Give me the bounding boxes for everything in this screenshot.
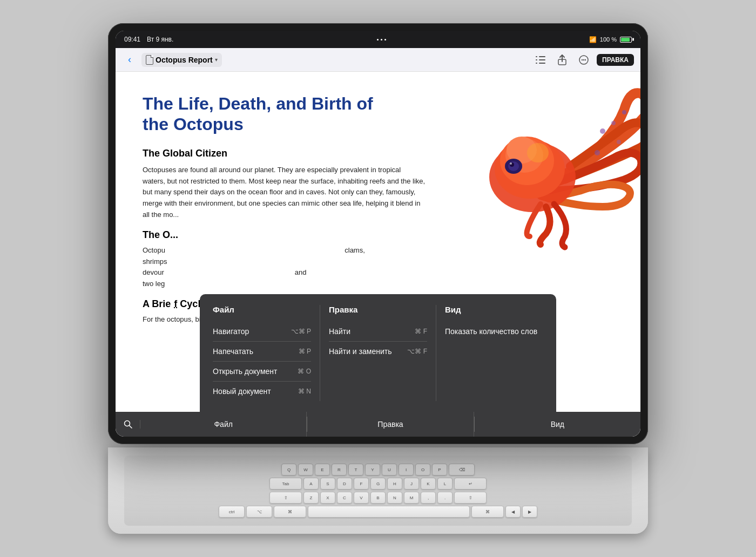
key-alt[interactable]: ⌥ bbox=[246, 506, 272, 518]
menu-col-file: Файл Навигатор ⌥⌘ P Напечатать ⌘ P Откры… bbox=[213, 305, 311, 401]
svg-rect-2 bbox=[539, 63, 545, 64]
ipad-screen: 09:41 Вт 9 янв. 📶 100 % ‹ bbox=[116, 31, 640, 437]
menu-item-find-shortcut: ⌘ F bbox=[415, 328, 427, 335]
key-return[interactable]: ↵ bbox=[454, 478, 487, 490]
key-r[interactable]: R bbox=[332, 464, 347, 476]
menu-item-open-label: Открыть документ bbox=[213, 367, 278, 376]
menu-item-navigator[interactable]: Навигатор ⌥⌘ P bbox=[213, 322, 311, 342]
key-j[interactable]: J bbox=[404, 478, 419, 490]
menu-item-print[interactable]: Напечатать ⌘ P bbox=[213, 342, 311, 362]
toolbar: ‹ Octopus Report ▾ bbox=[116, 48, 640, 72]
key-h[interactable]: H bbox=[387, 478, 402, 490]
menu-col-edit: Правка Найти ⌘ F Найти и заменить ⌥⌘ F bbox=[329, 305, 427, 401]
menu-item-find-replace-label: Найти и заменить bbox=[329, 347, 392, 356]
key-m[interactable]: M bbox=[404, 492, 419, 504]
menu-col-file-header: Файл bbox=[213, 305, 311, 314]
list-icon[interactable] bbox=[532, 51, 549, 69]
menu-item-print-shortcut: ⌘ P bbox=[299, 348, 311, 355]
key-k[interactable]: K bbox=[421, 478, 436, 490]
key-o[interactable]: O bbox=[415, 464, 430, 476]
key-v[interactable]: V bbox=[354, 492, 369, 504]
chevron-down-icon: ▾ bbox=[215, 57, 218, 63]
svg-point-25 bbox=[527, 143, 549, 162]
key-f[interactable]: F bbox=[354, 478, 369, 490]
key-tab[interactable]: Tab bbox=[269, 478, 302, 490]
document-main-title: The Life, Death, and Birth of the Octopu… bbox=[143, 93, 402, 135]
status-bar: 09:41 Вт 9 янв. 📶 100 % bbox=[116, 31, 640, 48]
key-b[interactable]: B bbox=[370, 492, 386, 504]
key-shift-left[interactable]: ⇧ bbox=[269, 492, 302, 504]
document-content: The Life, Death, and Birth of the Octopu… bbox=[116, 72, 640, 437]
key-ctrl[interactable]: ctrl bbox=[219, 506, 245, 518]
svg-point-19 bbox=[510, 162, 512, 165]
menu-item-wordcount-label: Показать количество слов bbox=[445, 327, 537, 336]
svg-point-10 bbox=[585, 59, 586, 60]
key-c[interactable]: C bbox=[337, 492, 352, 504]
menu-item-new-shortcut: ⌘ N bbox=[298, 388, 311, 395]
time-display: 09:41 bbox=[124, 36, 140, 43]
more-icon[interactable] bbox=[575, 51, 592, 69]
menu-item-navigator-label: Навигатор bbox=[213, 327, 249, 336]
key-e[interactable]: E bbox=[315, 464, 330, 476]
menu-col-view: Вид Показать количество слов bbox=[445, 305, 543, 401]
menubar-view[interactable]: Вид bbox=[475, 412, 640, 437]
key-backspace[interactable]: ⌫ bbox=[449, 464, 475, 476]
key-a[interactable]: A bbox=[303, 478, 319, 490]
section1-paragraph: Octopuses are found all around our plane… bbox=[143, 165, 425, 221]
key-left[interactable]: ◀ bbox=[505, 506, 521, 518]
key-n[interactable]: N bbox=[387, 492, 402, 504]
key-i[interactable]: I bbox=[399, 464, 414, 476]
menu-item-open[interactable]: Открыть документ ⌘ O bbox=[213, 362, 311, 382]
key-x[interactable]: X bbox=[320, 492, 335, 504]
key-cmd-right[interactable]: ⌘ bbox=[471, 506, 504, 518]
key-space[interactable] bbox=[308, 506, 470, 518]
key-p[interactable]: P bbox=[432, 464, 447, 476]
menu-divider-1 bbox=[320, 305, 320, 401]
menu-item-find-replace[interactable]: Найти и заменить ⌥⌘ F bbox=[329, 342, 427, 361]
menu-item-wordcount[interactable]: Показать количество слов bbox=[445, 322, 543, 341]
menu-item-find[interactable]: Найти ⌘ F bbox=[329, 322, 427, 342]
menubar-file[interactable]: Файл bbox=[140, 412, 307, 437]
key-d[interactable]: D bbox=[337, 478, 352, 490]
key-cmd-left[interactable]: ⌘ bbox=[274, 506, 306, 518]
menu-item-print-label: Напечатать bbox=[213, 347, 253, 356]
menu-bar: Файл Правка Вид bbox=[116, 412, 640, 437]
octopus-illustration bbox=[446, 83, 640, 255]
key-period[interactable]: . bbox=[437, 492, 453, 504]
key-comma[interactable]: , bbox=[421, 492, 436, 504]
menu-item-open-shortcut: ⌘ O bbox=[298, 368, 311, 375]
key-l[interactable]: L bbox=[437, 478, 453, 490]
dot1 bbox=[377, 39, 379, 40]
menu-divider-2 bbox=[436, 305, 436, 401]
svg-rect-4 bbox=[536, 59, 537, 60]
key-w[interactable]: W bbox=[298, 464, 313, 476]
key-right[interactable]: ▶ bbox=[522, 506, 537, 518]
key-g[interactable]: G bbox=[370, 478, 386, 490]
battery-icon bbox=[620, 37, 632, 43]
back-button[interactable]: ‹ bbox=[122, 52, 137, 67]
doc-icon bbox=[146, 55, 153, 65]
key-shift-right[interactable]: ⇧ bbox=[454, 492, 487, 504]
dropdown-menu: Файл Навигатор ⌥⌘ P Напечатать ⌘ P Откры… bbox=[200, 294, 556, 412]
menubar-edit[interactable]: Правка bbox=[307, 412, 474, 437]
key-z[interactable]: Z bbox=[303, 492, 319, 504]
search-button[interactable] bbox=[116, 420, 140, 429]
svg-point-21 bbox=[611, 121, 616, 125]
ipad-device: 09:41 Вт 9 янв. 📶 100 % ‹ bbox=[108, 23, 648, 444]
menu-item-find-replace-shortcut: ⌥⌘ F bbox=[407, 348, 427, 355]
svg-point-24 bbox=[617, 140, 621, 144]
menu-col-view-header: Вид bbox=[445, 305, 543, 314]
menu-item-new[interactable]: Новый документ ⌘ N bbox=[213, 382, 311, 401]
wifi-icon: 📶 bbox=[589, 36, 597, 43]
share-icon[interactable] bbox=[554, 51, 571, 69]
svg-line-27 bbox=[129, 426, 132, 429]
key-q[interactable]: Q bbox=[281, 464, 296, 476]
date-display: Вт 9 янв. bbox=[147, 36, 173, 43]
battery-percent: 100 % bbox=[600, 36, 617, 43]
key-s[interactable]: S bbox=[320, 478, 335, 490]
document-selector[interactable]: Octopus Report ▾ bbox=[141, 53, 222, 67]
key-t[interactable]: T bbox=[348, 464, 363, 476]
key-y[interactable]: Y bbox=[365, 464, 380, 476]
key-u[interactable]: U bbox=[382, 464, 397, 476]
pravka-button[interactable]: ПРАВКА bbox=[597, 54, 634, 66]
